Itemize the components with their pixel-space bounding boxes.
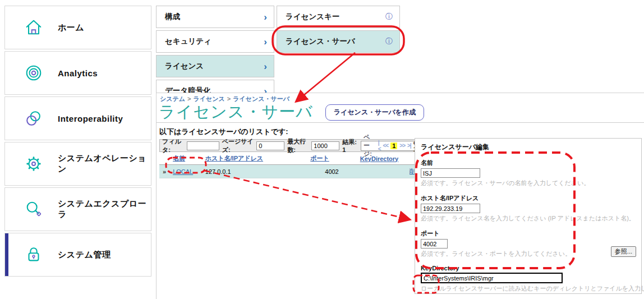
header-spacer <box>159 153 169 165</box>
pager-prev-icon[interactable]: << <box>383 142 389 149</box>
sidebar: ホーム Analytics Interoperability <box>4 6 151 278</box>
menu-item-license-key[interactable]: ライセンスキー ⓘ <box>277 6 400 28</box>
port-label: ポート <box>421 229 636 238</box>
menu-item-label: セキュリティ <box>165 36 211 47</box>
license-server-edit-panel: ライセンスサーバ編集 名前 必須です。ライセンス・サーバの名前を入力してください… <box>415 138 642 294</box>
sidebar-item-label: Interoperability <box>58 114 123 123</box>
menu-item-label: ライセンス・サーバ <box>286 36 355 47</box>
filter-label: フィルタ: <box>162 137 184 154</box>
create-license-server-button[interactable]: ライセンス・サーバを作成 <box>325 104 424 121</box>
host-field[interactable] <box>421 204 480 213</box>
filter-input[interactable] <box>187 141 219 150</box>
sidebar-item-label: Analytics <box>58 68 98 78</box>
header-name[interactable]: 名前 <box>169 153 202 165</box>
header-keydirectory[interactable]: KeyDirectory <box>357 153 402 165</box>
sidebar-item-analytics[interactable]: Analytics <box>4 51 151 95</box>
header-port[interactable]: ポート <box>307 153 357 165</box>
pager-last-icon[interactable]: >| <box>407 142 411 149</box>
results-label: 結果: 1 <box>342 138 358 153</box>
info-icon[interactable]: ⓘ <box>385 12 393 22</box>
pager-current-page: 1 <box>390 142 397 149</box>
menu-item-label: ライセンス <box>165 61 204 71</box>
row-keydirectory <box>357 165 402 178</box>
maxrows-input[interactable] <box>311 141 339 150</box>
table-header-row: 名前 ホスト名/IPアドレス ポート KeyDirectory <box>159 153 425 165</box>
management-portal-page: ホーム Analytics Interoperability <box>0 0 644 299</box>
keydirectory-hint: ローカルライセンスサーバーに読み込むキーのディレクトリとファイルを入力してくださ… <box>421 284 636 293</box>
table-filter-bar: フィルタ: ページサイズ: 最大行数: 結果: 1 ページ: |< << 1 >… <box>159 139 425 152</box>
port-hint: 必須です。ライセンス・ポートを入力してください。 <box>421 250 636 258</box>
analytics-icon <box>24 63 43 82</box>
name-label: 名前 <box>421 159 636 167</box>
sidebar-item-label: システム管理 <box>58 250 111 260</box>
sidebar-item-system-explorer[interactable]: システムエクスプローラ <box>4 187 151 231</box>
menu-item-label: ライセンスキー <box>286 12 339 22</box>
info-icon[interactable]: ⓘ <box>385 36 393 47</box>
chevron-right-icon: › <box>264 12 267 22</box>
maxrows-label: 最大行数: <box>287 137 309 154</box>
name-field[interactable] <box>421 168 480 178</box>
menu-item-license-server[interactable]: ライセンス・サーバ ⓘ <box>277 30 400 53</box>
page-title: ライセンス・サーバ <box>159 101 313 123</box>
menu-item-configuration[interactable]: 構成 › <box>156 6 274 28</box>
magnifier-icon <box>24 200 43 219</box>
title-divider <box>157 122 644 123</box>
sidebar-item-interoperability[interactable]: Interoperability <box>4 96 151 140</box>
pager-first-icon[interactable]: |< <box>378 140 381 152</box>
menu-item-license[interactable]: ライセンス › <box>156 55 274 77</box>
home-icon <box>24 18 43 37</box>
browse-button[interactable]: 参照... <box>611 246 636 257</box>
chevron-right-icon: › <box>264 37 267 47</box>
port-field[interactable] <box>421 239 448 249</box>
menu-item-security[interactable]: セキュリティ › <box>156 30 274 53</box>
lock-icon <box>24 245 43 264</box>
host-label: ホスト名/IPアドレス <box>421 194 636 203</box>
header-host[interactable]: ホスト名/IPアドレス <box>202 153 307 165</box>
form-title: ライセンスサーバ編集 <box>421 142 636 152</box>
name-hint: 必須です。ライセンス・サーバの名前を入力してください。 <box>421 179 636 187</box>
pager-next-icon[interactable]: >> <box>399 142 405 149</box>
sidebar-item-label: ホーム <box>58 22 84 33</box>
sidebar-item-home[interactable]: ホーム <box>4 6 151 49</box>
host-hint: 必須です。ライセンス名を入力してください (IP アドレスまたはホスト名)。 <box>421 214 636 223</box>
keydirectory-label: KeyDirectory <box>421 265 636 272</box>
table-row: » LOCAL 127.0.0.1 4002 削除 <box>159 165 425 178</box>
menu-column-sub: ライセンスキー ⓘ ライセンス・サーバ ⓘ <box>277 6 400 55</box>
menu-column-main: 構成 › セキュリティ › ライセンス › データ暗号化 › <box>156 6 274 104</box>
license-server-table: 名前 ホスト名/IPアドレス ポート KeyDirectory » LOCAL … <box>159 153 425 178</box>
sidebar-item-label: システムエクスプローラ <box>58 199 151 220</box>
pagesize-label: ページサイズ: <box>222 137 254 154</box>
interoperability-icon <box>24 109 43 128</box>
sidebar-item-label: システムオペレーション <box>58 153 151 174</box>
row-host: 127.0.0.1 <box>202 165 307 178</box>
gear-icon <box>24 154 43 173</box>
pager: ページ: |< << 1 >> >| of 1 <box>361 141 422 151</box>
list-caption: 以下はライセンスサーバのリストです: <box>159 127 288 137</box>
pagesize-input[interactable] <box>256 141 284 150</box>
sidebar-item-system-operation[interactable]: システムオペレーション <box>4 142 151 186</box>
row-port: 4002 <box>307 165 357 178</box>
chevron-right-icon: › <box>264 62 267 71</box>
content-area: システム>ライセンス>ライセンス・サーバ ライセンス・サーバ ライセンス・サーバ… <box>156 93 644 299</box>
row-name-link[interactable]: LOCAL <box>173 168 193 175</box>
sidebar-item-system-administration[interactable]: システム管理 <box>4 233 151 277</box>
keydirectory-field[interactable] <box>421 273 563 283</box>
row-marker: » <box>159 165 169 178</box>
menu-item-label: 構成 <box>165 12 180 22</box>
